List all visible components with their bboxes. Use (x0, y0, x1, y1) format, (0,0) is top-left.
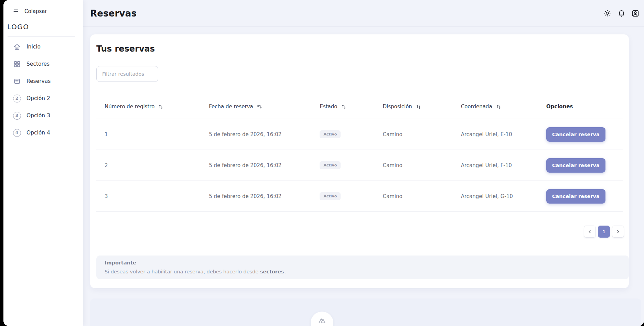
page-title: Reservas (90, 8, 137, 19)
sidebar-item-sectores[interactable]: Sectores (3, 55, 83, 73)
column-header-opciones: Opciones (546, 104, 623, 110)
chevron-right-icon (615, 229, 621, 234)
cell-coordenada: Arcangel Uriel, F-10 (461, 162, 546, 169)
cell-opciones: Cancelar reserva (546, 158, 623, 173)
cell-estado: Activo (320, 161, 383, 169)
table-body: 1 5 de febrero de 2026, 16:02 Activo Cam… (96, 119, 623, 212)
sidebar-item-inicio[interactable]: Inicio (3, 38, 83, 55)
column-header-disposicion[interactable]: Disposición (383, 104, 461, 110)
sort-arrows-icon (496, 104, 502, 110)
sort-arrows-icon (416, 104, 421, 110)
cell-fecha: 5 de febrero de 2026, 16:02 (209, 162, 320, 169)
sidebar-item-opcion-3[interactable]: 3 Opción 3 (3, 107, 83, 124)
table-row: 2 5 de febrero de 2026, 16:02 Activo Cam… (96, 150, 623, 181)
mountain-logo-icon (317, 316, 327, 325)
sidebar: Colapsar LOGO Inicio Se (3, 0, 83, 326)
cell-coordenada: Arcangel Uriel, E-10 (461, 131, 546, 138)
app-logo: LOGO (3, 23, 83, 31)
sidebar-item-reservas[interactable]: Reservas (3, 73, 83, 90)
grid-icon (13, 60, 21, 68)
cancel-reservation-button[interactable]: Cancelar reserva (546, 127, 605, 142)
pagination-prev-button[interactable] (584, 226, 596, 238)
sidebar-item-label: Reservas (26, 78, 51, 84)
sidebar-item-opcion-4[interactable]: 4 Opción 4 (3, 124, 83, 141)
main-area: Reservas (83, 0, 644, 326)
cell-disposicion: Camino (383, 131, 461, 138)
cell-opciones: Cancelar reserva (546, 127, 623, 142)
cell-fecha: 5 de febrero de 2026, 16:02 (209, 193, 320, 199)
circle-3-icon: 3 (13, 111, 21, 120)
theme-toggle-icon[interactable] (603, 9, 612, 18)
important-notice: Importante Si deseas volver a habilitar … (96, 256, 629, 279)
collapse-icon (12, 7, 20, 16)
home-icon (13, 43, 21, 51)
sort-arrows-icon (341, 104, 347, 110)
filter-input[interactable] (96, 66, 158, 82)
footer-panel (90, 298, 641, 326)
cell-opciones: Cancelar reserva (546, 189, 623, 204)
notice-text: Si deseas volver a habilitar una reserva… (105, 269, 621, 275)
status-badge: Activo (320, 130, 341, 138)
circle-2-icon: 2 (13, 94, 21, 102)
sidebar-item-opcion-2[interactable]: 2 Opción 2 (3, 90, 83, 107)
collapse-label: Colapsar (24, 8, 47, 14)
notifications-icon[interactable] (617, 9, 626, 18)
column-header-coordenada[interactable]: Coordenada (461, 104, 546, 110)
cancel-reservation-button[interactable]: Cancelar reserva (546, 158, 605, 173)
topbar: Reservas (83, 0, 644, 27)
collapse-sidebar-button[interactable]: Colapsar (3, 7, 83, 16)
table-header-row: Número de registro Fecha de reserva (96, 93, 623, 119)
reservations-card: Tus reservas Número de registro Fecha de… (90, 34, 629, 288)
pagination-page-1-button[interactable]: 1 (598, 226, 610, 238)
circle-4-icon: 4 (13, 129, 21, 137)
sidebar-item-label: Sectores (26, 61, 50, 67)
status-badge: Activo (320, 192, 341, 200)
table-row: 1 5 de febrero de 2026, 16:02 Activo Cam… (96, 119, 623, 150)
cell-estado: Activo (320, 130, 383, 138)
sidebar-menu: Inicio Sectores (3, 37, 83, 141)
sidebar-item-label: Opción 3 (26, 112, 50, 119)
sidebar-item-label: Opción 2 (26, 95, 50, 101)
card-title: Tus reservas (96, 44, 623, 54)
sectores-link[interactable]: sectores (260, 269, 284, 274)
reservations-table: Número de registro Fecha de reserva (96, 93, 623, 212)
reservation-card-icon (13, 77, 21, 85)
sidebar-item-label: Opción 4 (26, 130, 50, 136)
sort-descending-icon (257, 104, 262, 110)
app-window: Colapsar LOGO Inicio Se (3, 0, 644, 326)
cell-fecha: 5 de febrero de 2026, 16:02 (209, 131, 320, 138)
profile-icon[interactable] (631, 9, 640, 18)
cell-numero: 2 (96, 162, 209, 169)
column-header-numero[interactable]: Número de registro (96, 104, 209, 110)
chevron-left-icon (587, 229, 592, 234)
notice-title: Importante (105, 260, 621, 267)
sort-arrows-icon (158, 104, 164, 110)
cell-numero: 3 (96, 193, 209, 199)
column-header-estado[interactable]: Estado (320, 104, 383, 110)
cell-disposicion: Camino (383, 162, 461, 169)
cancel-reservation-button[interactable]: Cancelar reserva (546, 189, 605, 204)
cell-disposicion: Camino (383, 193, 461, 199)
table-row: 3 5 de febrero de 2026, 16:02 Activo Cam… (96, 181, 623, 211)
topbar-actions (603, 9, 640, 18)
status-badge: Activo (320, 161, 341, 169)
column-header-fecha[interactable]: Fecha de reserva (209, 104, 320, 110)
sidebar-item-label: Inicio (26, 44, 41, 50)
pagination-next-button[interactable] (612, 226, 624, 238)
cell-coordenada: Arcangel Uriel, G-10 (461, 193, 546, 199)
cell-estado: Activo (320, 192, 383, 200)
cell-numero: 1 (96, 131, 209, 138)
pagination: 1 (96, 226, 624, 238)
